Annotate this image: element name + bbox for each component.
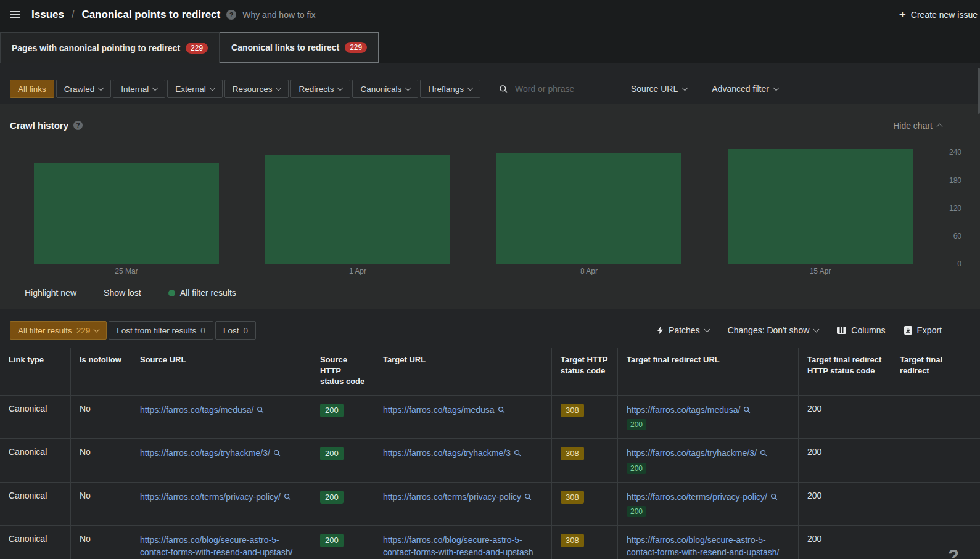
target-url-link[interactable]: https://farros.co/tags/medusa — [383, 405, 505, 415]
search-box[interactable] — [499, 83, 606, 94]
tab-canonical-links[interactable]: Canonical links to redirect229 — [220, 32, 379, 63]
x-axis-label: 15 Apr — [728, 267, 913, 275]
links-table: Link typeIs nofollowSource URLSource HTT… — [0, 348, 980, 559]
create-new-issue-button[interactable]: + Create new issue — [899, 9, 978, 21]
target-url-link[interactable]: https://farros.co/blog/secure-astro-5-co… — [383, 535, 533, 559]
is-nofollow-cell: No — [71, 526, 131, 559]
filter-chip-label: Internal — [121, 84, 149, 94]
top-header: Issues / Canonical points to redirect ? … — [0, 0, 980, 30]
y-axis-tick: 60 — [937, 232, 961, 240]
magnifier-icon — [760, 449, 767, 457]
hide-chart-button[interactable]: Hide chart — [893, 121, 942, 131]
column-header[interactable]: Source URL — [131, 348, 311, 395]
result-chip-lost-from-filter-results[interactable]: Lost from filter results0 — [109, 321, 213, 340]
x-axis-label: 8 Apr — [496, 267, 681, 275]
target-final-redirect-extra-cell — [891, 439, 980, 481]
magnifier-icon — [284, 493, 291, 500]
chart-bar[interactable] — [496, 153, 681, 264]
column-header[interactable]: Link type — [0, 348, 71, 395]
result-chip-all-filter-results[interactable]: All filter results229 — [10, 321, 107, 340]
target-final-redirect-url-link[interactable]: https://farros.co/tags/medusa/ — [627, 405, 751, 415]
column-header[interactable]: Source HTTP status code — [311, 348, 374, 395]
column-header[interactable]: Target final redirect HTTP status code — [799, 348, 891, 395]
target-url-cell: https://farros.co/blog/secure-astro-5-co… — [374, 526, 552, 559]
source-url-label: Source URL — [631, 84, 678, 94]
column-header[interactable]: Target URL — [374, 348, 552, 395]
why-and-how-to-fix-link[interactable]: Why and how to fix — [242, 10, 315, 20]
result-chip-label: Lost — [223, 326, 239, 335]
breadcrumb-issues-link[interactable]: Issues — [31, 9, 64, 21]
column-header[interactable]: Target HTTP status code — [552, 348, 618, 395]
result-chip-count: 0 — [243, 326, 248, 335]
chart-bar[interactable] — [728, 149, 913, 264]
final-status-badge-wrap: 200 — [627, 503, 789, 517]
chevron-down-icon — [813, 326, 820, 332]
show-lost-toggle[interactable]: Show lost — [104, 288, 141, 298]
source-url-cell: https://farros.co/tags/tryhackme/3/ — [131, 439, 311, 481]
link-type-cell: Canonical — [0, 396, 71, 438]
tab-pages-with-canonical[interactable]: Pages with canonical pointing to redirec… — [0, 32, 220, 63]
chart-bar[interactable] — [34, 163, 219, 264]
target-final-redirect-extra-cell — [891, 396, 980, 438]
result-filter-chips: All filter results229Lost from filter re… — [10, 321, 256, 340]
target-final-redirect-status-cell: 200 — [799, 396, 891, 438]
search-input[interactable] — [514, 83, 606, 94]
source-url-link[interactable]: https://farros.co/terms/privacy-policy/ — [140, 492, 291, 502]
search-icon — [499, 84, 508, 94]
plus-icon: + — [899, 9, 906, 20]
help-circle-icon[interactable]: ? — [226, 10, 236, 20]
legend-all-filter-results: All filter results — [168, 288, 236, 298]
magnifier-icon — [770, 493, 778, 500]
patches-dropdown[interactable]: Patches — [657, 325, 709, 335]
chevron-down-icon — [704, 326, 710, 332]
filter-chip-label: External — [175, 84, 206, 94]
filter-chip-hreflangs[interactable]: Hreflangs — [420, 80, 480, 98]
filter-chip-crawled[interactable]: Crawled — [56, 80, 112, 98]
result-chip-lost[interactable]: Lost0 — [215, 321, 256, 340]
column-header[interactable]: Is nofollow — [71, 348, 131, 395]
advanced-filter-label: Advanced filter — [712, 84, 769, 94]
status-308-badge: 308 — [561, 491, 584, 504]
hamburger-menu-icon[interactable] — [10, 9, 20, 20]
filter-chip-external[interactable]: External — [167, 80, 223, 98]
chart-bar[interactable] — [265, 155, 450, 264]
column-header[interactable]: Target final redirect URL — [618, 348, 799, 395]
columns-button[interactable]: Columns — [837, 325, 885, 335]
column-header[interactable]: Target final redirect — [891, 348, 980, 395]
filter-chip-label: Hreflangs — [428, 84, 464, 94]
source-url-link[interactable]: https://farros.co/tags/medusa/ — [140, 405, 264, 415]
y-axis-tick: 120 — [937, 204, 961, 213]
target-final-redirect-url-link[interactable]: https://farros.co/blog/secure-astro-5-co… — [627, 535, 779, 559]
crawl-history-panel: Crawl history ? Hide chart 060120180240 … — [0, 104, 980, 309]
advanced-filter-dropdown[interactable]: Advanced filter — [712, 84, 778, 94]
crawl-history-chart: 060120180240 — [10, 143, 970, 264]
filter-chip-canonicals[interactable]: Canonicals — [352, 80, 418, 98]
columns-label: Columns — [851, 325, 885, 335]
table-controls: Patches Changes: Don't show Columns Expo… — [657, 325, 942, 335]
status-308-badge: 308 — [561, 404, 584, 417]
x-axis-label: 25 Mar — [34, 267, 219, 275]
scrollbar-thumb[interactable] — [978, 68, 980, 114]
source-url-link[interactable]: https://farros.co/blog/secure-astro-5-co… — [140, 535, 292, 559]
filter-chip-resources[interactable]: Resources — [224, 80, 289, 98]
help-button[interactable]: ? — [948, 545, 959, 559]
changes-label: Changes: Don't show — [728, 325, 810, 335]
help-circle-icon[interactable]: ? — [73, 121, 83, 130]
changes-dropdown[interactable]: Changes: Don't show — [728, 325, 819, 335]
highlight-new-toggle[interactable]: Highlight new — [25, 288, 76, 298]
source-url-dropdown[interactable]: Source URL — [631, 84, 687, 94]
export-button[interactable]: Export — [904, 325, 942, 335]
crawl-history-title: Crawl history — [10, 120, 68, 131]
target-url-link[interactable]: https://farros.co/terms/privacy-policy — [383, 492, 532, 502]
filter-chip-redirects[interactable]: Redirects — [290, 80, 350, 98]
filter-chip-internal[interactable]: Internal — [113, 80, 165, 98]
filter-chip-all-links[interactable]: All links — [10, 80, 54, 98]
target-url-link[interactable]: https://farros.co/tags/tryhackme/3 — [383, 448, 521, 458]
source-url-link[interactable]: https://farros.co/tags/tryhackme/3/ — [140, 448, 281, 458]
chevron-down-icon — [467, 84, 474, 91]
target-final-redirect-url-link[interactable]: https://farros.co/terms/privacy-policy/ — [627, 492, 778, 502]
target-status-cell: 308 — [552, 483, 618, 525]
target-final-redirect-url-link[interactable]: https://farros.co/tags/tryhackme/3/ — [627, 448, 767, 458]
target-status-cell: 308 — [552, 526, 618, 559]
count-badge: 229 — [186, 43, 208, 54]
